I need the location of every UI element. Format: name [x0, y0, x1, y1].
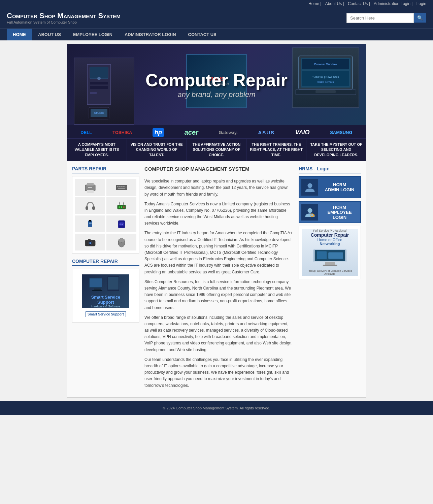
slogan-2: VISION AND TRUST FOR THE CHANGING WORLD …	[127, 139, 187, 161]
svg-rect-37	[89, 220, 91, 222]
hero-banner: STUDIO Computer Repair any brand, any pr…	[67, 44, 366, 138]
repair-brand: Smart Service Support	[86, 311, 126, 317]
nav-item-employee-login[interactable]: EMPLOYEE LOGIN	[67, 29, 119, 40]
svg-rect-63	[317, 251, 327, 259]
brand-hp: hp	[153, 128, 164, 137]
nav-item-admin-login[interactable]: ADMINISTRATOR LOGIN	[119, 29, 182, 40]
svg-rect-5	[90, 92, 97, 94]
svg-rect-28	[86, 206, 88, 210]
svg-rect-65	[325, 262, 335, 265]
ad-image: Full Service Professional Computer Repai…	[302, 229, 358, 276]
computer-repair-sidebar-image: Smart Service Support Hardware & Softwar…	[72, 269, 139, 323]
svg-rect-46	[88, 239, 91, 240]
banner-heading: Computer Repair	[145, 70, 288, 90]
center-para-6: Our team understands the challenges you …	[144, 357, 294, 389]
ad-service2: Home or Office	[318, 238, 342, 242]
part-ink: INK	[106, 215, 136, 232]
svg-rect-18	[85, 185, 95, 191]
parts-repair-title: PARTS REPAIR	[72, 166, 139, 173]
nav-item-home[interactable]: HOME	[7, 29, 32, 40]
topbar-contact-link[interactable]: Contact Us	[348, 1, 368, 6]
svg-text:STUDIO: STUDIO	[94, 111, 104, 114]
svg-point-32	[121, 206, 122, 208]
banner-laptop-icon: Browser Window TurboTax | News Sites Onl…	[292, 47, 359, 108]
center-para-5: We offer a broad range of solutions incl…	[144, 314, 294, 353]
repair-sub-label: Hardware & Software	[91, 305, 120, 308]
search-input[interactable]	[346, 13, 414, 23]
slogans-bar: A COMPANY'S MOST VALUABLE ASSET IS ITS E…	[67, 138, 366, 161]
slogan-5: TAKE THE MYSTERY OUT OF SELECTING AND DE…	[306, 139, 366, 161]
part-camera	[75, 234, 105, 250]
right-ad-box: Full Service Professional Computer Repai…	[299, 226, 361, 279]
topbar-admin-link[interactable]: Administration Login	[374, 1, 410, 6]
svg-point-33	[123, 206, 125, 208]
svg-rect-3	[90, 82, 108, 85]
center-content: COMPUTER SHOP MANAGEMENT SYSTEM We speci…	[144, 166, 294, 392]
svg-rect-51	[90, 278, 102, 287]
part-printer	[75, 179, 105, 196]
banner-computer-left-icon: STUDIO	[74, 58, 134, 125]
svg-rect-26	[123, 186, 125, 187]
brand-vaio: VAIO	[295, 129, 310, 136]
svg-point-45	[90, 242, 91, 244]
svg-rect-54	[94, 289, 101, 290]
ad-footer: Pickup, Delivery or Location Services Av…	[302, 269, 358, 276]
topbar-about-link[interactable]: About Us	[325, 1, 342, 6]
brand-acer: acer	[185, 129, 198, 136]
topbar-home-link[interactable]: Home	[308, 1, 319, 6]
topbar-login-link[interactable]: Login	[417, 1, 426, 6]
svg-point-57	[307, 208, 312, 213]
ad-service1: Computer Repair	[311, 232, 349, 238]
admin-login-label: HCRMADMIN LOGIN	[321, 182, 358, 192]
svg-rect-55	[92, 290, 102, 291]
svg-text:TurboTax | News Sites: TurboTax | News Sites	[312, 75, 339, 78]
employee-login-box[interactable]: HCRMEMPLOYEE LOGIN	[299, 201, 361, 223]
slogan-1: A COMPANY'S MOST VALUABLE ASSET IS ITS E…	[67, 139, 127, 161]
main-content-area: PARTS REPAIR INK	[67, 161, 366, 397]
svg-text:Online Services: Online Services	[317, 81, 334, 83]
nav-item-contact[interactable]: CONTACT US	[182, 29, 223, 40]
repair-label: Smart Service Support	[82, 295, 129, 305]
employee-login-label: HCRMEMPLOYEE LOGIN	[321, 205, 358, 220]
left-sidebar: PARTS REPAIR INK	[72, 166, 139, 392]
admin-avatar	[301, 179, 318, 196]
brands-bar: DELL TOSHIBA hp acer Gateway. ASUS VAIO …	[67, 125, 366, 138]
ad-service3: Networking	[320, 242, 340, 246]
svg-rect-24	[119, 186, 121, 187]
svg-rect-17	[315, 90, 336, 93]
right-sidebar: HRMS - Login HCRMADMIN LOGIN	[299, 166, 361, 392]
site-title: Computer Shop Management System Full Aut…	[7, 11, 121, 24]
banner-sub: any brand, any problem	[145, 90, 288, 99]
brand-dell: DELL	[80, 130, 92, 135]
brand-gateway: Gateway.	[219, 130, 238, 135]
site-subtitle: Full Automation System of Computer Shop	[7, 20, 121, 24]
nav-item-about[interactable]: ABOUT US	[32, 29, 67, 40]
svg-rect-29	[92, 206, 95, 210]
svg-line-34	[119, 202, 120, 205]
part-mouse	[106, 234, 136, 250]
parts-grid: INK	[72, 176, 139, 254]
brand-asus: ASUS	[258, 130, 275, 135]
svg-rect-66	[323, 265, 337, 266]
hrms-title: HRMS - Login	[299, 166, 361, 173]
svg-rect-64	[328, 253, 343, 259]
part-usb	[75, 215, 105, 232]
svg-rect-13	[302, 71, 349, 86]
search-button[interactable]: 🔍	[414, 13, 426, 23]
svg-rect-20	[87, 190, 94, 193]
center-para-4: Sites Computer Resources, Inc. is a full…	[144, 279, 294, 311]
site-name: Computer Shop Management System	[7, 11, 121, 20]
ad-title-prefix: Full Service Professional	[313, 229, 346, 232]
svg-rect-38	[89, 223, 92, 224]
main-nav: HOME ABOUT US EMPLOYEE LOGIN ADMINISTRAT…	[0, 28, 433, 40]
svg-point-31	[119, 206, 120, 208]
svg-rect-22	[116, 185, 127, 190]
svg-point-56	[307, 183, 312, 188]
slogan-3: THE AFFIRMATIVE ACTION SOLUTIONS COMPANY…	[187, 139, 247, 161]
svg-text:Browser Window: Browser Window	[314, 63, 337, 66]
center-para-2: Today Aman's Computer Services is now a …	[144, 201, 294, 227]
admin-login-box[interactable]: HCRMADMIN LOGIN	[299, 176, 361, 198]
repair-image-box: Smart Service Support Hardware & Softwar…	[82, 274, 129, 308]
slogan-4: THE RIGHT TRAINERS, THE RIGHT PLACE, AT …	[246, 139, 306, 161]
brand-toshiba: TOSHIBA	[112, 130, 132, 135]
